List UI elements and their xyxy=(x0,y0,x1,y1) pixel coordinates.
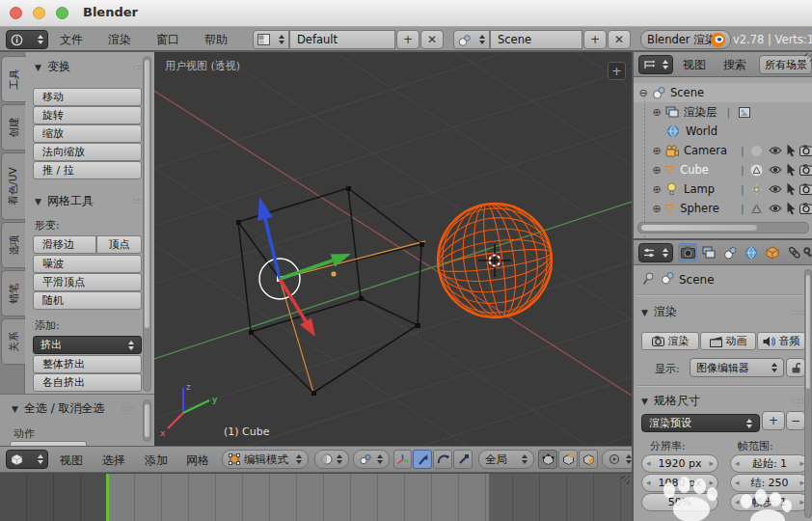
extrude-dropdown[interactable]: 挤出 xyxy=(33,336,142,354)
menu-file[interactable]: 文件 xyxy=(60,32,83,48)
viewport-shading-dropdown[interactable] xyxy=(314,450,349,469)
outliner-filter-dropdown[interactable]: 所有场景 xyxy=(759,55,812,74)
timeline[interactable] xyxy=(0,473,632,521)
tab-world[interactable] xyxy=(742,243,761,261)
outliner-row-render-layers[interactable]: ⊕ 渲染层 | xyxy=(634,102,812,122)
outliner-row-scene[interactable]: ⊖ Scene xyxy=(634,83,812,102)
tab-scene[interactable] xyxy=(720,243,740,261)
preset-add-button[interactable]: + xyxy=(762,411,785,430)
manipulator-x-arrow[interactable] xyxy=(280,279,306,321)
shelf-tab-options[interactable]: 选项 xyxy=(1,222,25,268)
properties-scrollbar-thumb[interactable] xyxy=(805,274,811,390)
shelf-tab-relations[interactable]: 关系 xyxy=(1,318,25,365)
cursor-select-icon[interactable] xyxy=(786,202,797,215)
eye-icon[interactable] xyxy=(769,184,782,194)
display-mode-dropdown[interactable]: 图像编辑器 xyxy=(690,358,784,377)
outliner-row-world[interactable]: World xyxy=(634,122,812,141)
manipulator-scale-button[interactable] xyxy=(453,450,473,469)
cursor-select-icon[interactable] xyxy=(786,182,797,196)
translate-button[interactable]: 移动 xyxy=(33,88,142,106)
tab-render-layers[interactable] xyxy=(699,243,718,261)
render-toggle-camera-icon[interactable] xyxy=(799,203,812,214)
menu-help[interactable]: 帮助 xyxy=(204,32,228,48)
render-presets-dropdown[interactable]: 渲染预设 xyxy=(641,414,760,432)
manipulator-toggle-button[interactable] xyxy=(393,450,412,469)
breadcrumb-id[interactable]: Scene xyxy=(679,273,715,287)
shrink-fatten-button[interactable]: 法向缩放 xyxy=(33,143,142,161)
outliner-row-lamp[interactable]: ⊕ Lamp | xyxy=(634,179,812,199)
panel-grip-icon[interactable]: ∷∷ xyxy=(793,308,805,317)
extrude-region-button[interactable]: 整体挤出 xyxy=(33,355,142,373)
render-animation-button[interactable]: 动画 xyxy=(700,332,756,350)
vertex-select-mode-button[interactable] xyxy=(538,450,557,469)
render-audio-button[interactable]: 音频 xyxy=(757,332,805,350)
scale-button[interactable]: 缩放 xyxy=(33,124,142,143)
shelf-tab-tools[interactable]: 工具 xyxy=(1,56,26,102)
image-icon[interactable] xyxy=(738,106,751,119)
editor-type-3dview-button[interactable] xyxy=(6,450,48,469)
scene-name-field[interactable]: Scene xyxy=(490,30,582,49)
outliner-view-menu[interactable]: 视图 xyxy=(683,57,706,73)
push-pull-button[interactable]: 推 / 拉 xyxy=(33,161,142,179)
screen-layout-browse-button[interactable] xyxy=(253,30,289,49)
collapse-icon[interactable]: ⊖ xyxy=(637,87,649,99)
outliner-row-sphere[interactable]: ⊕ ▽ Sphere | xyxy=(634,199,812,218)
window-minimize-button[interactable] xyxy=(33,7,45,19)
pivot-point-dropdown[interactable] xyxy=(353,450,390,469)
scene-add-button[interactable]: + xyxy=(583,30,607,49)
menu-window[interactable]: 窗口 xyxy=(156,32,179,48)
expand-icon[interactable]: ⊕ xyxy=(651,145,663,157)
expand-icon[interactable]: ⊕ xyxy=(651,203,663,215)
transform-orientation-dropdown[interactable]: 全局 xyxy=(478,450,534,469)
mesh-menu[interactable]: 网格 xyxy=(186,452,209,469)
shelf-tab-grease-pencil[interactable]: 蜡笔 xyxy=(1,270,25,316)
shelf-tab-create[interactable]: 创建 xyxy=(1,104,25,151)
outliner-hscrollbar-track[interactable] xyxy=(637,222,809,233)
expand-icon[interactable]: ⊕ xyxy=(651,164,663,177)
editor-type-properties-button[interactable] xyxy=(638,243,673,262)
frame-end-field[interactable]: ◂ 结: 250 ▸ xyxy=(730,474,809,492)
select-all-panel-header[interactable]: ▼ 全选 / 取消全选 ∷∷ xyxy=(12,400,135,417)
shelf-scrollbar-thumb[interactable] xyxy=(144,59,150,329)
eye-icon[interactable] xyxy=(769,146,782,155)
scene-delete-button[interactable]: ✕ xyxy=(608,30,631,49)
shelf-tab-shading-uv[interactable]: 着色/UV xyxy=(1,152,25,220)
timeline-playhead[interactable] xyxy=(106,474,109,521)
edge-select-mode-button[interactable] xyxy=(558,450,578,469)
outliner-row-camera[interactable]: ⊕ Camera | xyxy=(634,141,812,160)
panel-grip-icon[interactable]: ∷∷ xyxy=(793,397,805,406)
view-menu[interactable]: 视图 xyxy=(60,452,83,469)
select-menu[interactable]: 选择 xyxy=(102,452,125,469)
window-close-button[interactable] xyxy=(10,7,22,19)
properties-scrollbar-track[interactable] xyxy=(804,269,812,518)
editor-type-outliner-button[interactable] xyxy=(638,55,673,74)
outliner-row-cube[interactable]: ⊕ ▽ Cube | xyxy=(634,160,812,179)
proportional-edit-dropdown[interactable] xyxy=(602,450,632,469)
shelf-scrollbar-track[interactable] xyxy=(143,56,151,392)
manipulator-translate-button[interactable] xyxy=(413,450,432,469)
manipulator-rotate-button[interactable] xyxy=(433,450,452,469)
render-toggle-camera-icon[interactable] xyxy=(799,145,812,156)
lower-scrollbar-track[interactable] xyxy=(143,399,151,442)
pin-icon[interactable] xyxy=(642,272,655,286)
frame-start-field[interactable]: ◂ 起始: 1 ▸ xyxy=(730,454,809,473)
vertex-slide-button[interactable]: 顶点 xyxy=(96,235,142,254)
mesh-tools-panel-header[interactable]: ▼ 网格工具 ∷∷ xyxy=(35,193,147,209)
tab-object[interactable] xyxy=(763,243,782,261)
resolution-x-field[interactable]: ◂ 1920 px ▸ xyxy=(641,454,718,473)
eye-icon[interactable] xyxy=(769,165,782,175)
tab-render[interactable] xyxy=(678,243,697,261)
render-panel-header[interactable]: ▼ 渲染 ∷∷ xyxy=(641,304,805,320)
viewport-3d[interactable]: z y x 用户视图 (透视) (1) Cube + xyxy=(154,52,632,446)
scene-browse-button[interactable] xyxy=(453,30,490,49)
screen-layout-add-button[interactable]: + xyxy=(396,30,420,49)
preset-remove-button[interactable]: − xyxy=(786,411,805,430)
randomize-button[interactable]: 随机 xyxy=(33,291,142,310)
manipulator-y-arrow[interactable] xyxy=(280,260,333,279)
smooth-vertex-button[interactable]: 平滑顶点 xyxy=(33,273,142,291)
transform-panel-header[interactable]: ▼ 变换 ∷∷ xyxy=(35,59,147,75)
rotate-button[interactable]: 旋转 xyxy=(33,106,142,124)
mode-dropdown[interactable]: 编辑模式 xyxy=(222,450,309,469)
extrude-individual-button[interactable]: 各自挤出 xyxy=(33,373,142,392)
panel-grip-icon[interactable]: ∷∷ xyxy=(122,404,135,414)
